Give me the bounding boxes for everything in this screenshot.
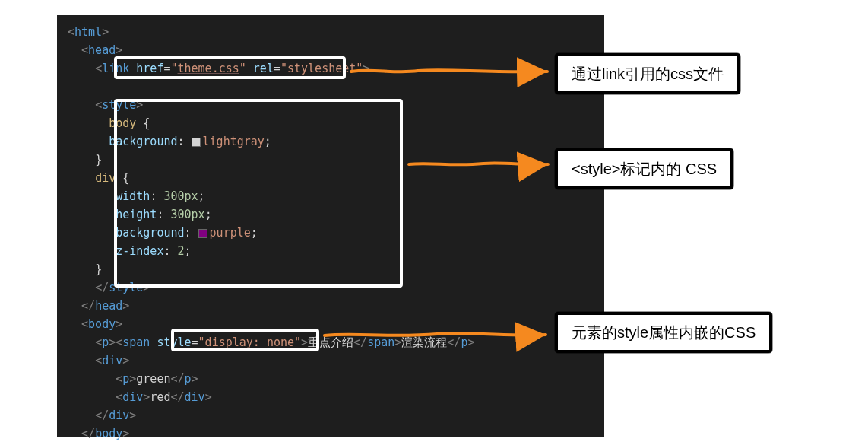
code-line: }: [68, 260, 594, 278]
code-line: <div>: [68, 351, 594, 370]
code-line: width: 300px;: [68, 187, 594, 205]
annotation-inline-style-css: 元素的style属性内嵌的CSS: [555, 312, 772, 353]
annotation-style-tag-css: <style>标记内的 CSS: [555, 148, 733, 189]
code-line: <p>green</p>: [68, 370, 594, 388]
code-line: [68, 78, 594, 96]
code-line: <div>red</div>: [68, 388, 594, 406]
annotation-link-css: 通过link引用的css文件: [555, 53, 740, 94]
code-line: </head>: [68, 297, 594, 315]
code-line: background: purple;: [68, 224, 594, 242]
code-line: z-index: 2;: [68, 242, 594, 260]
code-line: </body>: [68, 424, 594, 443]
code-line: <html>: [68, 23, 594, 41]
code-line: </style>: [68, 278, 594, 297]
code-line: </div>: [68, 406, 594, 424]
code-line: <head>: [68, 41, 594, 59]
color-swatch-lightgray: [192, 138, 201, 147]
color-swatch-purple: [198, 229, 207, 238]
code-line: <style>: [68, 96, 594, 114]
code-line: background: lightgray;: [68, 132, 594, 151]
code-line: body {: [68, 114, 594, 132]
code-line: height: 300px;: [68, 205, 594, 224]
